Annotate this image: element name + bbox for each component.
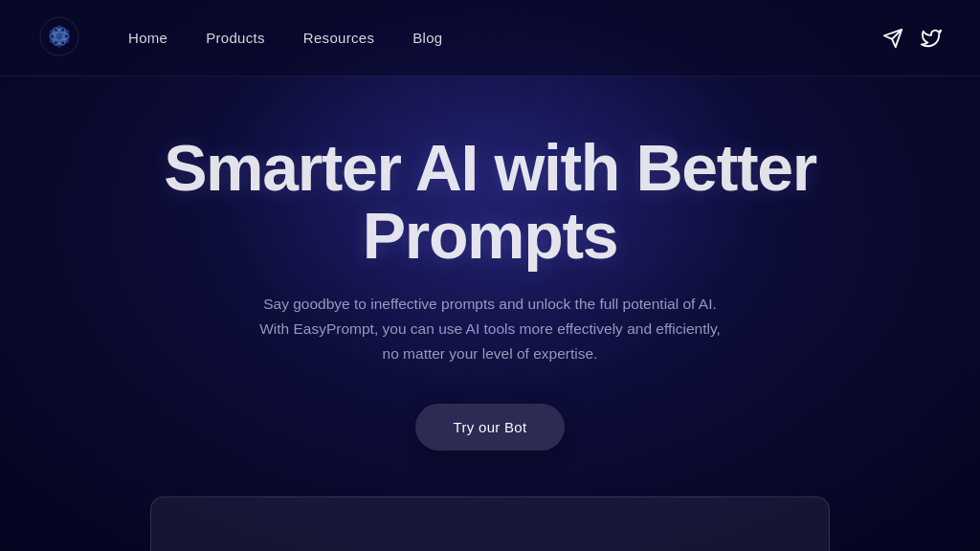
bottom-card-preview [150, 496, 830, 551]
nav-left: Home Products Resources Blog [38, 15, 442, 61]
logo[interactable] [38, 15, 80, 61]
nav-links: Home Products Resources Blog [128, 30, 442, 47]
nav-item-blog[interactable]: Blog [412, 30, 442, 47]
hero-section: Smarter AI with Better Prompts Say goodb… [0, 77, 980, 451]
navbar: Home Products Resources Blog [0, 0, 980, 77]
hero-title: Smarter AI with Better Prompts [59, 134, 921, 271]
nav-right [882, 28, 942, 49]
nav-item-resources[interactable]: Resources [303, 30, 374, 47]
hero-cta: Try our Bot [415, 404, 566, 451]
nav-item-home[interactable]: Home [128, 30, 167, 47]
logo-icon [38, 15, 80, 61]
twitter-icon[interactable] [921, 28, 942, 49]
try-bot-button[interactable]: Try our Bot [415, 404, 566, 451]
nav-item-products[interactable]: Products [206, 30, 265, 47]
telegram-icon[interactable] [882, 28, 903, 49]
hero-subtitle: Say goodbye to ineffective prompts and u… [259, 292, 721, 367]
